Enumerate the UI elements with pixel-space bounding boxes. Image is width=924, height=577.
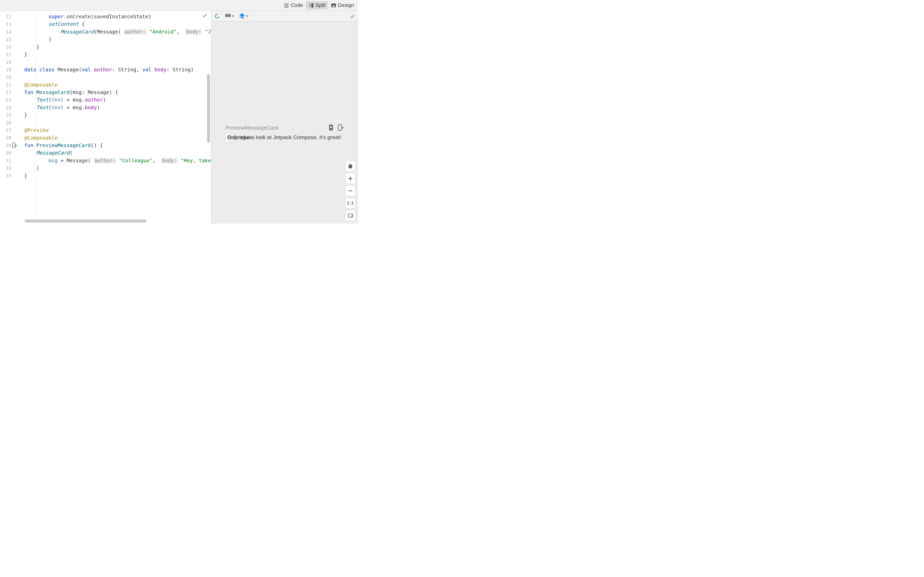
code-line[interactable]: data class Message(val author: String, v… <box>18 66 211 73</box>
preview-pane: PreviewMessageCard Colleague Hey, take a… <box>212 11 358 224</box>
lines-icon <box>284 3 289 8</box>
pan-button[interactable] <box>345 161 355 172</box>
tab-design-label: Design <box>338 2 354 8</box>
tab-split-label: Split <box>315 2 326 8</box>
layout-toggle-button[interactable] <box>225 13 234 19</box>
code-line[interactable] <box>18 119 211 126</box>
preview-toolbar <box>212 11 358 22</box>
preview-item-actions <box>328 124 343 131</box>
line-number: 32 <box>0 164 18 172</box>
svg-rect-13 <box>225 14 228 17</box>
code-line[interactable]: setContent { <box>18 20 211 28</box>
code-line[interactable]: MessageCard( <box>18 149 211 156</box>
code-line[interactable]: MessageCard(Message( author: "Android", … <box>18 28 211 35</box>
code-line[interactable]: msg = Message( author: "Colleague", body… <box>18 157 211 164</box>
run-preview-gutter-icon[interactable] <box>12 142 18 148</box>
code-line[interactable]: @Composable <box>18 81 211 89</box>
preview-text-body: Hey, take a look at Jetpack Compose, it'… <box>227 134 341 140</box>
one-to-one-label: 1:1 <box>347 201 354 206</box>
preview-rendered-output: Colleague Hey, take a look at Jetpack Co… <box>225 132 229 143</box>
line-number: 14 <box>0 28 18 35</box>
svg-rect-14 <box>228 14 231 17</box>
svg-rect-4 <box>312 3 313 8</box>
preview-canvas[interactable]: PreviewMessageCard Colleague Hey, take a… <box>212 22 358 224</box>
line-number: 16 <box>0 43 18 51</box>
code-line[interactable]: @Composable <box>18 134 211 142</box>
code-line[interactable]: fun MessageCard(msg: Message) { <box>18 89 211 96</box>
code-line[interactable]: } <box>18 35 211 43</box>
line-number: 28 <box>0 134 18 142</box>
line-number: 27 <box>0 126 18 134</box>
tab-split[interactable]: Split <box>306 1 328 9</box>
code-line[interactable]: Text(text = msg.author) <box>18 96 211 103</box>
code-line[interactable]: @Preview <box>18 126 211 134</box>
editor-pane: 1213141516171819202122232425262728293031… <box>0 11 212 224</box>
line-number: 31 <box>0 156 18 164</box>
tab-code-label: Code <box>291 2 303 8</box>
line-number: 26 <box>0 119 18 126</box>
code-area[interactable]: super.onCreate(savedInstanceState) setCo… <box>18 11 211 224</box>
svg-marker-11 <box>15 145 17 147</box>
svg-marker-17 <box>239 15 245 19</box>
analysis-ok-icon[interactable] <box>202 13 208 18</box>
code-line[interactable]: Text(text = msg.body) <box>18 104 211 111</box>
line-number: 33 <box>0 172 18 179</box>
svg-marker-12 <box>216 13 217 15</box>
split-icon <box>309 3 314 8</box>
preview-ok-icon[interactable] <box>349 14 355 19</box>
line-number: 29 <box>0 142 18 149</box>
code-line[interactable]: } <box>18 172 211 179</box>
line-number: 22 <box>0 89 18 96</box>
svg-rect-21 <box>331 127 331 129</box>
line-number-gutter: 1213141516171819202122232425262728293031… <box>0 11 18 224</box>
code-line[interactable]: super.onCreate(savedInstanceState) <box>18 13 211 20</box>
line-number: 13 <box>0 20 18 28</box>
horizontal-scrollbar[interactable] <box>25 219 147 222</box>
svg-rect-8 <box>331 3 336 7</box>
code-line[interactable] <box>18 73 211 81</box>
line-number: 12 <box>0 13 18 20</box>
code-line[interactable]: } <box>18 51 211 58</box>
line-number: 17 <box>0 51 18 58</box>
ide-window: Code Split Design 1213141516171819202122… <box>0 0 358 224</box>
line-number: 20 <box>0 73 18 81</box>
vertical-scrollbar[interactable] <box>207 74 210 143</box>
svg-marker-23 <box>342 126 344 129</box>
main-split: 1213141516171819202122232425262728293031… <box>0 11 358 224</box>
line-number: 18 <box>0 58 18 66</box>
line-number: 15 <box>0 35 18 43</box>
line-number: 23 <box>0 96 18 103</box>
svg-marker-15 <box>231 15 234 17</box>
code-line[interactable]: } <box>18 43 211 51</box>
zoom-in-button[interactable] <box>345 173 355 184</box>
refresh-button[interactable] <box>214 13 220 19</box>
tab-code[interactable]: Code <box>281 1 306 9</box>
svg-marker-18 <box>246 15 249 17</box>
svg-rect-22 <box>338 125 342 131</box>
deploy-preview-button[interactable] <box>338 124 343 131</box>
svg-rect-10 <box>13 143 15 148</box>
code-line[interactable] <box>18 58 211 66</box>
zoom-fit-button[interactable] <box>345 210 355 221</box>
interactive-preview-button[interactable] <box>328 124 334 131</box>
line-number: 21 <box>0 81 18 89</box>
line-number: 19 <box>0 66 18 73</box>
editor-viewport[interactable]: 1213141516171819202122232425262728293031… <box>0 11 211 224</box>
code-line[interactable]: } <box>18 111 211 119</box>
view-mode-tabs: Code Split Design <box>0 0 358 11</box>
zoom-out-button[interactable] <box>345 185 355 196</box>
layers-button[interactable] <box>239 13 249 19</box>
zoom-reset-button[interactable]: 1:1 <box>345 198 355 209</box>
code-line[interactable]: ) <box>18 164 211 172</box>
line-number: 30 <box>0 149 18 156</box>
line-number: 24 <box>0 104 18 111</box>
preview-zoom-controls: 1:1 <box>345 161 355 221</box>
image-icon <box>331 3 336 8</box>
code-line[interactable]: fun PreviewMessageCard() { <box>18 142 211 149</box>
preview-composable-name: PreviewMessageCard <box>225 125 278 131</box>
tab-design[interactable]: Design <box>328 1 357 9</box>
line-number: 25 <box>0 111 18 119</box>
